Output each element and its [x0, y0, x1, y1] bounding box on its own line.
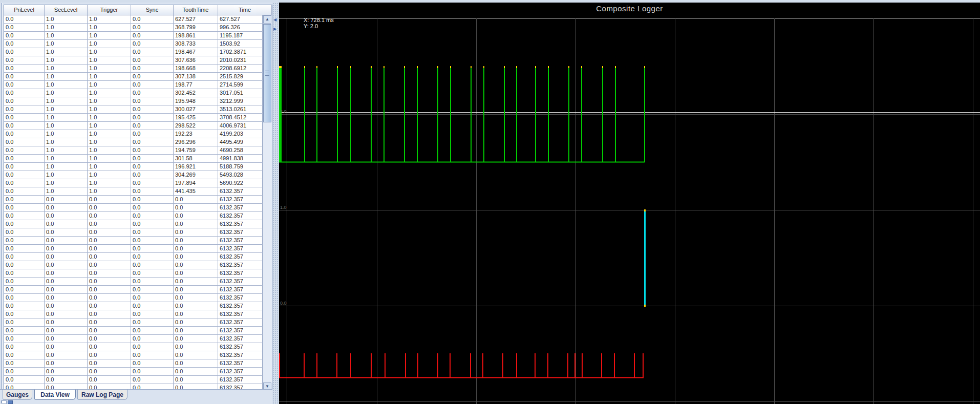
- scrollbar-thumb[interactable]: [263, 24, 271, 122]
- table-cell: 0.0: [174, 343, 218, 351]
- table-cell: 1.0: [45, 32, 88, 40]
- table-row[interactable]: 0.01.01.00.0194.7594690.258: [4, 146, 263, 155]
- green-spike-tip: [516, 66, 517, 68]
- logger-waveform-canvas[interactable]: 2.01.00.0: [279, 3, 980, 404]
- table-row[interactable]: 0.01.01.00.0304.2695493.028: [4, 171, 263, 179]
- cursor-y-value: Y: 2.0: [304, 23, 318, 29]
- table-cell: 0.0: [131, 15, 174, 24]
- table-cell: 0.0: [45, 302, 88, 310]
- table-cell: 0.0: [4, 130, 45, 138]
- table-row[interactable]: 0.00.00.00.00.06132.357: [4, 245, 263, 253]
- table-row[interactable]: 0.01.01.00.0195.9483212.999: [4, 97, 263, 105]
- table-row[interactable]: 0.00.00.00.00.06132.357: [4, 368, 263, 376]
- table-row[interactable]: 0.00.00.00.00.06132.357: [4, 327, 263, 335]
- table-cell: 1.0: [88, 56, 131, 65]
- scroll-up-button[interactable]: ▲: [263, 15, 271, 24]
- tab-data-view[interactable]: Data View: [34, 390, 76, 400]
- red-spike: [502, 353, 503, 377]
- table-row[interactable]: 0.01.01.00.0300.0273513.0261: [4, 105, 263, 114]
- table-cell: 0.0: [4, 245, 45, 253]
- table-row[interactable]: 0.00.00.00.00.06132.357: [4, 335, 263, 343]
- table-cell: 1.0: [88, 40, 131, 48]
- table-row[interactable]: 0.00.00.00.00.06132.357: [4, 302, 263, 310]
- table-row[interactable]: 0.01.01.00.0301.584991.838: [4, 155, 263, 163]
- table-row[interactable]: 0.01.01.00.0198.4671702.3871: [4, 48, 263, 56]
- table-row[interactable]: 0.00.00.00.00.06132.357: [4, 228, 263, 237]
- table-row[interactable]: 0.00.00.00.00.06132.357: [4, 253, 263, 261]
- table-row[interactable]: 0.01.01.00.0195.4253708.4512: [4, 114, 263, 122]
- column-header-sync[interactable]: Sync: [131, 5, 174, 15]
- table-row[interactable]: 0.01.01.00.0298.5224006.9731: [4, 122, 263, 130]
- collapse-left-icon[interactable]: ◀: [273, 18, 276, 22]
- tab-gauges[interactable]: Gauges: [3, 390, 32, 400]
- table-cell: 0.0: [4, 261, 45, 269]
- table-row[interactable]: 0.01.01.00.0308.7331503.92: [4, 40, 263, 48]
- table-cell: 1.0: [88, 114, 131, 122]
- table-row[interactable]: 0.01.01.00.0196.9215188.759: [4, 163, 263, 171]
- green-spike-tip: [384, 66, 385, 68]
- table-row[interactable]: 0.01.01.00.0198.8611195.187: [4, 32, 263, 40]
- table-cell: 1.0: [45, 73, 88, 81]
- table-row[interactable]: 0.00.00.00.00.06132.357: [4, 294, 263, 302]
- table-row[interactable]: 0.01.01.00.0368.799996.326: [4, 24, 263, 32]
- table-cell: 6132.357: [218, 294, 263, 302]
- table-row[interactable]: 0.00.00.00.00.06132.357: [4, 196, 263, 204]
- splitpane-divider[interactable]: ◀ ▶: [272, 3, 280, 404]
- table-cell: 0.0: [45, 220, 88, 228]
- table-cell: 0.0: [4, 138, 45, 146]
- table-row[interactable]: 0.00.00.00.00.06132.357: [4, 343, 263, 351]
- table-row[interactable]: 0.01.01.00.0307.1382515.829: [4, 73, 263, 81]
- table-cell: 298.522: [174, 122, 218, 130]
- column-header-toothtime[interactable]: ToothTime: [174, 5, 218, 15]
- table-row[interactable]: 0.00.00.00.00.06132.357: [4, 310, 263, 318]
- table-row[interactable]: 0.00.00.00.00.06132.357: [4, 212, 263, 220]
- table-row[interactable]: 0.00.00.00.00.06132.357: [4, 318, 263, 327]
- collapse-right-icon[interactable]: ▶: [273, 27, 276, 31]
- table-row[interactable]: 0.00.00.00.00.06132.357: [4, 278, 263, 286]
- green-spike-tip: [535, 66, 536, 68]
- table-cell: 2515.829: [218, 73, 263, 81]
- green-spike-tip: [417, 66, 418, 68]
- table-row[interactable]: 0.01.01.00.0192.234199.203: [4, 130, 263, 138]
- table-cell: 0.0: [4, 97, 45, 105]
- composite-logger-plot[interactable]: Composite Logger 2.01.00.0 X: 728.1 ms Y…: [279, 3, 980, 404]
- table-row[interactable]: 0.00.00.00.00.06132.357: [4, 286, 263, 294]
- table-row[interactable]: 0.01.01.00.0198.772714.599: [4, 81, 263, 89]
- column-header-prilevel[interactable]: PriLevel: [4, 5, 45, 15]
- column-header-trigger[interactable]: Trigger: [88, 5, 131, 15]
- table-body[interactable]: 0.01.01.00.0627.527627.5270.01.01.00.036…: [4, 15, 263, 391]
- table-vertical-scrollbar[interactable]: ▲ ▼: [263, 15, 272, 391]
- table-cell: 0.0: [4, 187, 45, 196]
- table-cell: 0.0: [45, 343, 88, 351]
- column-header-time[interactable]: Time: [218, 5, 272, 15]
- table-cell: 1.0: [88, 138, 131, 146]
- table-row[interactable]: 0.01.01.00.0197.8945690.922: [4, 179, 263, 187]
- table-row[interactable]: 0.01.01.00.0296.2964495.499: [4, 138, 263, 146]
- table-row[interactable]: 0.00.00.00.00.06132.357: [4, 351, 263, 359]
- column-header-seclevel[interactable]: SecLevel: [45, 5, 88, 15]
- green-spike-tip: [450, 66, 451, 68]
- table-cell: 2208.6912: [218, 65, 263, 73]
- table-cell: 0.0: [174, 359, 218, 368]
- table-row[interactable]: 0.01.01.00.0441.4356132.357: [4, 187, 263, 196]
- table-row[interactable]: 0.00.00.00.00.06132.357: [4, 220, 263, 228]
- table-cell: 307.138: [174, 73, 218, 81]
- table-row[interactable]: 0.01.01.00.0198.6682208.6912: [4, 65, 263, 73]
- table-row[interactable]: 0.00.00.00.00.06132.357: [4, 269, 263, 278]
- table-row[interactable]: 0.01.01.00.0307.6362010.0231: [4, 56, 263, 65]
- table-row[interactable]: 0.00.00.00.00.06132.357: [4, 237, 263, 245]
- table-row[interactable]: 0.00.00.00.00.06132.357: [4, 359, 263, 368]
- red-spike: [643, 353, 644, 377]
- red-spike: [516, 353, 517, 377]
- green-spike: [316, 68, 317, 162]
- table-cell: 4006.9731: [218, 122, 263, 130]
- table-row[interactable]: 0.00.00.00.00.06132.357: [4, 261, 263, 269]
- table-row[interactable]: 0.01.01.00.0627.527627.527: [4, 15, 263, 24]
- table-cell: 1.0: [88, 24, 131, 32]
- table-row[interactable]: 0.00.00.00.00.06132.357: [4, 376, 263, 384]
- table-row[interactable]: 0.01.01.00.0302.4523017.051: [4, 89, 263, 97]
- tab-raw-log-page[interactable]: Raw Log Page: [77, 390, 127, 400]
- green-spike: [535, 68, 536, 162]
- table-row[interactable]: 0.00.00.00.00.06132.357: [4, 204, 263, 212]
- table-cell: 1.0: [88, 171, 131, 179]
